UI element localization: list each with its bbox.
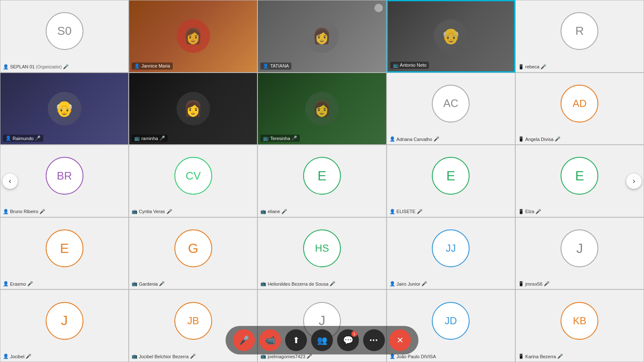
chat-button[interactable]: 💬 1	[337, 329, 359, 351]
avatar-elisete: E	[432, 157, 470, 195]
video-antonio: 👴	[388, 1, 514, 71]
video-teresinha: 👩	[258, 73, 386, 145]
name-raminha: raminha	[141, 136, 158, 141]
name-kb: Karina Bezerra	[525, 354, 556, 359]
prev-page-button[interactable]: ‹	[3, 174, 18, 189]
device-icon-jmnxx56: 📱	[518, 281, 524, 286]
cell-jocibel: J 👤 Jocibel 🎤	[0, 289, 129, 362]
mic-icon-erasmo: 🎤	[27, 281, 33, 286]
mic-icon-teresinha: 🎤	[291, 135, 297, 141]
avatar-s0: S0	[46, 12, 83, 50]
name-gardenia: Gardenia	[139, 281, 158, 286]
name-cv: Cyntia Veras	[139, 209, 165, 214]
name-jocibel-b: Jocibel Belchior Bezerra	[139, 354, 189, 359]
cell-hs: HS 📺 Helionildes Bezerra de Sousa 🎤	[257, 217, 386, 290]
mic-icon-gardenia: 🎤	[159, 281, 165, 286]
device-icon-hs: 📺	[260, 281, 266, 286]
person-icon-jj: 👤	[390, 281, 395, 286]
mic-icon-ac: 🎤	[434, 136, 439, 142]
name-elza: Elza	[525, 209, 534, 214]
name-jannice: Jannice Maria	[141, 63, 170, 68]
person-icon-br: 👤	[3, 209, 9, 214]
person-icon-tatiana: 👤	[263, 63, 269, 69]
cell-jj: JJ 👤 Jairo Junior 🎤	[387, 217, 515, 290]
next-page-button[interactable]: ›	[626, 174, 641, 189]
end-call-button[interactable]: ✕	[389, 329, 411, 351]
avatar-jd: JD	[432, 302, 470, 340]
name-br: Bruno Ribeiro	[10, 209, 38, 214]
mic-icon-jocibel: 🎤	[26, 354, 31, 359]
device-icon-elza: 📱	[518, 209, 524, 214]
avatar-hs: HS	[303, 229, 341, 267]
label-raminha: 📺 raminha 🎤	[132, 135, 168, 142]
avatar-jmnxx56: J	[561, 229, 598, 267]
cell-s0: S0 👤 SEPLAN 01 (Organizador) 🎤	[0, 0, 129, 73]
mic-icon-hs: 🎤	[330, 281, 335, 286]
avatar-kb: KB	[561, 302, 598, 340]
label-kb: 📱 Karina Bezerra 🎤	[518, 354, 563, 359]
label-ad: 📱 Angela Divisa 🎤	[518, 136, 561, 142]
cell-raimundo: 👴 👤 Raimundo 🎤	[0, 73, 129, 145]
name-ad: Angela Divisa	[525, 137, 553, 142]
label-tatiana: 👤 TATIANA	[260, 63, 291, 70]
video-button[interactable]: 📹	[259, 329, 281, 351]
name-jd: João Paulo DIVISA	[397, 354, 436, 359]
device-icon-gardenia: 📺	[132, 281, 138, 286]
video-grid: S0 👤 SEPLAN 01 (Organizador) 🎤 👩 👤 Janni…	[0, 0, 644, 362]
cell-eliane: E 📺 eliane 🎤	[257, 145, 386, 217]
label-hs: 📺 Helionildes Bezerra de Sousa 🎤	[260, 281, 335, 286]
mic-icon-elisete: 🎤	[417, 209, 423, 214]
label-antonio: 📺 Antonio Neto	[390, 62, 429, 69]
chat-badge: 1	[351, 331, 357, 337]
avatar-br: BR	[46, 157, 83, 195]
device-icon-eliane: 📺	[260, 209, 266, 214]
label-eliane: 📺 eliane 🎤	[260, 209, 287, 214]
label-teresinha: 📺 Teresinha 🎤	[260, 135, 300, 142]
mic-icon-br: 🎤	[39, 209, 45, 214]
share-button[interactable]: ⬆	[285, 329, 307, 351]
mic-icon-r: 🎤	[540, 64, 546, 70]
video-button-icon: 📹	[265, 335, 275, 345]
label-jannice: 👤 Jannice Maria	[132, 63, 172, 70]
mic-button[interactable]: 🎤	[233, 329, 255, 351]
mic-icon-eliane: 🎤	[281, 209, 287, 214]
main-container: ‹ › S0 👤 SEPLAN 01 (Organizador) 🎤 👩 👤 J…	[0, 0, 644, 362]
cell-jmnxx56: J 📱 jmnxx56 🎤	[515, 217, 644, 290]
avatar-jocibel: J	[46, 302, 83, 340]
participants-button[interactable]: 👥	[311, 329, 333, 351]
mic-icon-raimundo: 🎤	[35, 135, 41, 141]
label-jmnxx56: 📱 jmnxx56 🎤	[518, 281, 550, 286]
cell-kb: KB 📱 Karina Bezerra 🎤	[515, 289, 644, 362]
mic-icon-raminha: 🎤	[159, 135, 165, 141]
label-jocibel: 👤 Jocibel 🎤	[3, 354, 31, 359]
name-hs: Helionildes Bezerra de Sousa	[267, 281, 328, 286]
more-button[interactable]: •••	[363, 329, 385, 351]
mic-icon-jj: 🎤	[421, 281, 427, 286]
prev-arrow-icon: ‹	[9, 177, 11, 185]
label-s0: 👤 SEPLAN 01 (Organizador) 🎤	[3, 64, 69, 70]
name-ac: Adriana Carvalho	[397, 137, 432, 142]
label-jocibel-b: 📺 Jocibel Belchior Bezerra 🎤	[132, 354, 196, 359]
mic-icon-jmnxx56: 🎤	[544, 281, 550, 286]
name-eliane: eliane	[267, 209, 280, 214]
cell-r: R 📱 rebeca 🎤	[515, 0, 644, 73]
person-icon-jannice: 👤	[134, 63, 140, 69]
avatar-eliane: E	[303, 157, 341, 195]
name-jocibel: Jocibel	[10, 354, 24, 359]
cell-jannice: 👩 👤 Jannice Maria	[129, 0, 257, 73]
name-erasmo: Erasmo	[10, 281, 26, 286]
avatar-jocibel-b: JB	[174, 302, 212, 340]
person-icon-jocibel: 👤	[3, 354, 9, 359]
device-icon-jocibel-b: 📺	[132, 354, 138, 359]
avatar-cv: CV	[174, 157, 212, 195]
label-raimundo: 👤 Raimundo 🎤	[3, 135, 43, 142]
mic-icon-cv: 🎤	[166, 209, 172, 214]
name-s0: SEPLAN 01	[10, 64, 35, 69]
status-dot-tatiana	[374, 4, 383, 12]
toolbar: 🎤 📹 ⬆ 👥 💬 1 ••• ✕	[226, 326, 418, 354]
avatar-elza: E	[561, 157, 598, 195]
label-erasmo: 👤 Erasmo 🎤	[3, 281, 33, 286]
cell-cv: CV 📺 Cyntia Veras 🎤	[129, 145, 257, 217]
more-button-icon: •••	[370, 337, 379, 344]
organizer-badge-s0: (Organizador)	[36, 65, 62, 69]
